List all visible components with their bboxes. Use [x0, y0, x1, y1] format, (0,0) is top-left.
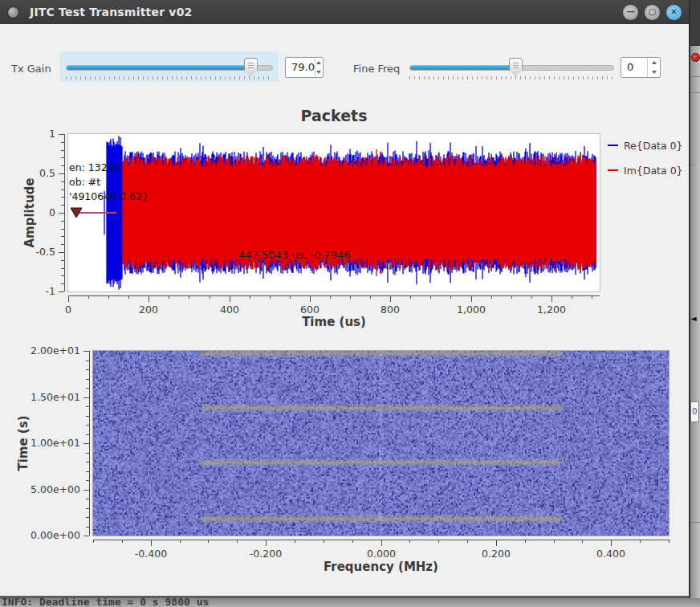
y-minor-tick	[61, 205, 64, 206]
arrow-up-icon	[316, 61, 321, 64]
x-minor-tick	[208, 540, 209, 543]
divider	[690, 522, 700, 523]
legend-item: Im{Data 0}	[608, 162, 683, 178]
x-tick-label: 0.000	[353, 548, 409, 560]
fine-freq-spin-up-button[interactable]	[648, 58, 660, 67]
x-tick-label: 0.200	[468, 548, 524, 560]
window-menu-icon[interactable]	[7, 6, 19, 18]
x-minor-tick	[352, 540, 353, 543]
y-minor-tick	[61, 268, 64, 269]
y-minor-tick	[86, 388, 89, 389]
fine-freq-slider[interactable]	[405, 51, 618, 82]
legend-line-icon	[608, 145, 618, 146]
packets-plot-canvas[interactable]: en: 13210ob: #t'4910640 0.62}447.5043 us…	[68, 134, 600, 291]
x-major-tick	[68, 295, 69, 302]
y-minor-tick	[61, 229, 64, 230]
y-tick-label: 1.00e+01	[24, 437, 80, 449]
y-major-tick	[83, 397, 89, 398]
y-major-tick	[59, 134, 64, 135]
close-button[interactable]: ✕	[666, 5, 682, 20]
y-major-tick	[59, 173, 64, 174]
background-terminal-strip[interactable]: INFO: Deadline time = 0 s 9800 us	[0, 598, 700, 607]
window-buttons: — ▢ ✕	[623, 5, 682, 20]
fine-freq-slider-handle[interactable]	[509, 58, 523, 76]
x-major-tick	[390, 295, 391, 302]
background-window-strip[interactable]: ◄ 0	[690, 0, 700, 598]
y-axis-backbone	[64, 134, 65, 291]
arrow-down-icon	[652, 71, 657, 74]
y-minor-tick	[86, 434, 89, 435]
arrow-down-icon	[316, 71, 321, 74]
maximize-button[interactable]: ▢	[645, 5, 660, 20]
x-tick-label: 400	[201, 304, 258, 316]
fine-freq-value[interactable]: 0	[621, 58, 647, 77]
y-minor-tick	[61, 197, 64, 198]
tx-gain-spin-up-button[interactable]	[315, 58, 323, 67]
tx-gain-label: Tx Gain	[11, 63, 51, 75]
im-data-trace	[123, 149, 596, 276]
record-red-icon	[691, 53, 700, 62]
y-minor-tick	[61, 181, 64, 182]
y-minor-tick	[86, 471, 89, 472]
x-tick-label: 0	[40, 304, 96, 316]
y-minor-tick	[86, 425, 89, 426]
packets-waveform: en: 13210ob: #t'4910640 0.62}447.5043 us…	[68, 134, 600, 291]
y-major-tick	[83, 490, 89, 491]
x-major-tick	[266, 540, 267, 546]
divider	[690, 165, 694, 165]
x-minor-tick	[525, 540, 526, 543]
packets-x-axis-label: Time (us)	[68, 315, 600, 329]
x-minor-tick	[290, 295, 291, 299]
x-minor-tick	[108, 295, 109, 299]
tx-gain-slider[interactable]	[60, 51, 279, 82]
minimize-button[interactable]: —	[623, 5, 638, 20]
x-minor-tick	[88, 295, 89, 299]
y-minor-tick	[61, 260, 64, 261]
fine-freq-spinbox[interactable]: 0	[621, 57, 661, 78]
x-major-tick	[149, 295, 149, 302]
tx-gain-slider-groove[interactable]	[66, 65, 273, 71]
tx-gain-spinbox[interactable]: 79.0	[285, 57, 324, 78]
tag-tooltip-line: en: 13210	[69, 161, 120, 173]
x-tick-label: -0.400	[123, 548, 179, 560]
y-axis-backbone	[89, 351, 90, 536]
x-minor-tick	[324, 540, 324, 543]
x-minor-tick	[350, 295, 351, 299]
fine-freq-label: Fine Freq	[353, 63, 400, 75]
x-minor-tick	[430, 295, 431, 299]
legend-line-icon	[608, 169, 618, 171]
x-minor-tick	[450, 295, 451, 299]
x-minor-tick	[582, 540, 583, 543]
waterfall-plot-canvas[interactable]	[93, 351, 669, 536]
x-minor-tick	[669, 540, 669, 543]
x-major-tick	[551, 295, 552, 302]
x-tick-label: 0.400	[583, 548, 639, 560]
tx-gain-slider-handle[interactable]	[244, 58, 258, 76]
y-tick-label: 0.00e+00	[24, 529, 80, 541]
x-minor-tick	[511, 295, 512, 299]
y-minor-tick	[86, 508, 89, 509]
x-minor-tick	[122, 540, 123, 543]
background-spinbox-sliver: 0	[690, 401, 699, 422]
x-major-tick	[471, 295, 472, 302]
tx-gain-slider-fill	[67, 66, 256, 70]
titlebar[interactable]: JITC Test Transmitter v02 — ▢ ✕	[0, 0, 689, 24]
x-minor-tick	[330, 295, 331, 299]
x-minor-tick	[93, 540, 94, 543]
tx-gain-value[interactable]: 79.0	[286, 58, 315, 77]
x-minor-tick	[180, 540, 181, 543]
y-minor-tick	[86, 480, 89, 481]
x-minor-tick	[295, 540, 295, 543]
y-minor-tick	[61, 189, 64, 190]
x-minor-tick	[491, 295, 492, 299]
y-tick-label: 0.5	[0, 167, 55, 179]
screen: JITC Test Transmitter v02 — ▢ ✕ Tx Gain …	[0, 0, 700, 607]
y-minor-tick	[86, 369, 89, 370]
tx-gain-spin-down-button[interactable]	[315, 67, 323, 77]
y-minor-tick	[86, 517, 89, 518]
y-major-tick	[83, 443, 89, 444]
y-major-tick	[83, 351, 89, 352]
fine-freq-spin-down-button[interactable]	[648, 67, 660, 77]
x-minor-tick	[572, 295, 572, 299]
background-window-titlebar-sliver	[690, 0, 700, 46]
